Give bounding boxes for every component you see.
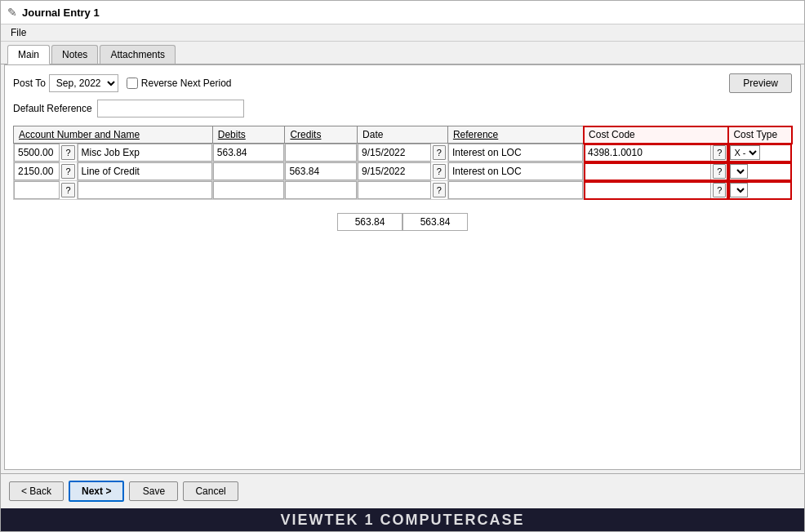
header-costcode: Cost Code	[584, 126, 728, 144]
reverse-next-period-label[interactable]: Reverse Next Period	[127, 78, 232, 89]
credits-total: 563.84	[402, 213, 468, 231]
costtype-select-1[interactable]: X -	[730, 145, 760, 160]
acct-num-input-3[interactable]	[14, 181, 60, 199]
watermark-text: Viewtek 1 Computercase	[280, 512, 524, 529]
header-reference: Reference	[447, 126, 583, 144]
preview-button[interactable]: Preview	[729, 73, 792, 93]
costcode-input-1[interactable]	[584, 144, 711, 162]
main-content: Post To Sep, 2022 Reverse Next Period Pr…	[4, 64, 801, 470]
watermark-bar: Viewtek 1 Computercase	[1, 508, 804, 531]
journal-icon: ✎	[7, 6, 17, 19]
bottom-bar: < Back Next > Save Cancel	[1, 473, 804, 508]
costtype-select-3[interactable]	[730, 183, 748, 197]
date-input-1[interactable]	[358, 144, 431, 162]
reference-input-2[interactable]	[448, 162, 583, 180]
credits-cell-2	[285, 162, 358, 181]
costcode-cell-2: ?	[584, 162, 728, 181]
debits-cell-3	[212, 181, 285, 200]
acct-name-input-2[interactable]	[78, 162, 212, 180]
acct-num-cell-2: ?	[14, 162, 78, 181]
debits-input-2[interactable]	[213, 162, 285, 180]
acct-name-input-3[interactable]	[78, 181, 212, 199]
acct-num-question-2[interactable]: ?	[61, 164, 74, 179]
table-row: ?	[14, 144, 792, 162]
cancel-button[interactable]: Cancel	[183, 481, 238, 501]
acct-num-cell-3: ?	[14, 181, 78, 200]
costcode-input-2[interactable]	[584, 162, 711, 180]
costcode-input-3[interactable]	[584, 181, 711, 199]
acct-name-input-1[interactable]	[78, 144, 212, 162]
debits-cell-2	[212, 162, 285, 181]
reference-cell-3	[447, 181, 583, 200]
file-menu[interactable]: File	[7, 25, 29, 40]
table-row: ?	[14, 181, 792, 200]
costtype-cell-1: X -	[728, 144, 792, 162]
acct-num-input-2[interactable]	[14, 162, 60, 180]
header-date: Date	[358, 126, 448, 144]
acct-num-question-3[interactable]: ?	[61, 183, 74, 197]
header-costtype: Cost Type	[728, 126, 792, 144]
reference-cell-1	[447, 144, 583, 162]
costcode-question-2[interactable]: ?	[713, 164, 726, 179]
header-account: Account Number and Name	[14, 126, 213, 144]
window-title: Journal Entry 1	[22, 7, 100, 19]
acct-name-cell-1	[77, 144, 212, 162]
reference-input-3[interactable]	[448, 181, 583, 199]
next-button[interactable]: Next >	[69, 481, 124, 502]
credits-cell-1	[285, 144, 358, 162]
acct-num-cell-1: ?	[14, 144, 78, 162]
table-row: ?	[14, 162, 792, 181]
header-credits: Credits	[285, 126, 358, 144]
costtype-cell-2	[728, 162, 792, 181]
credits-input-1[interactable]	[285, 144, 357, 162]
header-debits: Debits	[212, 126, 285, 144]
date-cell-2: ?	[358, 162, 448, 181]
costcode-question-3[interactable]: ?	[713, 183, 726, 197]
post-to-select[interactable]: Sep, 2022	[49, 74, 118, 92]
date-input-3[interactable]	[358, 181, 431, 199]
tab-notes[interactable]: Notes	[51, 45, 98, 64]
save-button[interactable]: Save	[129, 481, 178, 501]
date-question-2[interactable]: ?	[433, 164, 446, 179]
costtype-select-2[interactable]	[730, 164, 748, 179]
default-reference-label: Default Reference	[13, 103, 92, 114]
post-to-label: Post To	[13, 78, 46, 89]
date-question-1[interactable]: ?	[433, 145, 446, 160]
reference-cell-2	[447, 162, 583, 181]
totals-row: 563.84 563.84	[13, 213, 792, 231]
debits-input-3[interactable]	[213, 181, 285, 199]
acct-name-cell-2	[77, 162, 212, 181]
date-input-2[interactable]	[358, 162, 431, 180]
costtype-cell-3	[728, 181, 792, 200]
credits-input-2[interactable]	[285, 162, 357, 180]
costcode-cell-1: ?	[584, 144, 728, 162]
debits-input-1[interactable]	[213, 144, 285, 162]
reverse-next-period-checkbox[interactable]	[127, 78, 138, 89]
tab-main[interactable]: Main	[7, 45, 50, 64]
acct-name-cell-3	[77, 181, 212, 200]
debits-cell-1	[212, 144, 285, 162]
date-cell-3: ?	[358, 181, 448, 200]
reference-input-1[interactable]	[448, 144, 583, 162]
credits-input-3[interactable]	[285, 181, 357, 199]
date-question-3[interactable]: ?	[433, 183, 446, 197]
date-cell-1: ?	[358, 144, 448, 162]
acct-num-input-1[interactable]	[14, 144, 60, 162]
back-button[interactable]: < Back	[9, 481, 64, 501]
tab-attachments[interactable]: Attachments	[100, 45, 176, 64]
credits-cell-3	[285, 181, 358, 200]
debits-total: 563.84	[337, 213, 402, 231]
costcode-question-1[interactable]: ?	[713, 145, 726, 160]
acct-num-question-1[interactable]: ?	[61, 145, 74, 160]
costcode-cell-3: ?	[584, 181, 728, 200]
default-reference-input[interactable]	[97, 100, 244, 117]
journal-table: Account Number and Name Debits Credits D…	[13, 126, 792, 200]
